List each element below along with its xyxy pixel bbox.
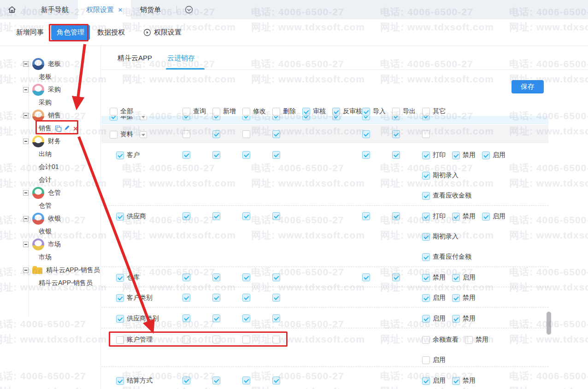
- header-col-6-checkbox[interactable]: [362, 108, 370, 116]
- save-button[interactable]: 保存: [512, 80, 544, 93]
- row-7-label-checkbox[interactable]: [116, 336, 124, 344]
- tree-item-parent[interactable]: 财务: [23, 135, 61, 148]
- row-8-label-checkbox[interactable]: [116, 377, 124, 385]
- extra-option-checkbox[interactable]: [452, 294, 460, 302]
- perm-checkbox[interactable]: [392, 130, 400, 138]
- extra-option-checkbox[interactable]: [482, 151, 490, 159]
- extra-option-checkbox[interactable]: [452, 315, 460, 323]
- header-col-0-checkbox[interactable]: [182, 108, 190, 116]
- collapse-icon[interactable]: [23, 61, 29, 67]
- extra-option-checkbox[interactable]: [422, 213, 430, 221]
- perm-checkbox[interactable]: [212, 130, 220, 138]
- collapse-icon[interactable]: [23, 113, 29, 118]
- extra-option-checkbox[interactable]: [452, 377, 460, 385]
- module-tab-1[interactable]: 云进销存: [167, 54, 195, 63]
- row-6-label-checkbox[interactable]: [116, 315, 124, 323]
- tree-item-child[interactable]: 出纳: [39, 148, 52, 161]
- delete-icon[interactable]: ×: [73, 125, 78, 133]
- perm-checkbox[interactable]: [392, 151, 400, 159]
- perm-checkbox[interactable]: [212, 116, 220, 120]
- extra-option-checkbox[interactable]: [422, 192, 430, 200]
- header-col-2-checkbox[interactable]: [242, 108, 250, 116]
- perm-checkbox[interactable]: [362, 212, 370, 220]
- perm-checkbox[interactable]: [242, 130, 250, 138]
- module-tab-0[interactable]: 精斗云APP: [118, 54, 152, 63]
- topbar-tab-2[interactable]: 销货单: [131, 0, 170, 19]
- collapse-icon[interactable]: [23, 190, 29, 196]
- perm-checkbox[interactable]: [362, 130, 370, 138]
- extra-option-checkbox[interactable]: [422, 336, 430, 344]
- role-manage-button[interactable]: 角色管理: [51, 25, 90, 40]
- extra-option-checkbox[interactable]: [452, 213, 460, 221]
- perm-checkbox[interactable]: [242, 212, 250, 220]
- perm-checkbox[interactable]: [182, 151, 190, 159]
- perm-checkbox[interactable]: [182, 314, 190, 322]
- perm-checkbox[interactable]: [272, 336, 280, 343]
- perm-checkbox[interactable]: [302, 116, 310, 120]
- perm-checkbox[interactable]: [242, 314, 250, 322]
- extra-option-checkbox[interactable]: [465, 336, 473, 344]
- tree-item-parent[interactable]: 仓管: [23, 186, 61, 199]
- perm-checkbox[interactable]: [212, 212, 220, 220]
- perm-checkbox[interactable]: [392, 273, 400, 281]
- perm-checkbox[interactable]: [182, 273, 190, 281]
- perm-checkbox[interactable]: [182, 377, 190, 384]
- perm-checkbox[interactable]: [212, 377, 220, 384]
- perm-checkbox[interactable]: [242, 151, 250, 159]
- perm-checkbox[interactable]: [392, 212, 400, 220]
- perm-checkbox[interactable]: [332, 116, 340, 120]
- perm-checkbox[interactable]: [422, 116, 430, 120]
- perm-checkbox[interactable]: [212, 314, 220, 322]
- perm-checkbox[interactable]: [362, 273, 370, 281]
- header-col-8-checkbox[interactable]: [422, 108, 430, 116]
- row-5-label-checkbox[interactable]: [116, 294, 124, 302]
- header-col-4-checkbox[interactable]: [302, 108, 310, 116]
- header-col-3-checkbox[interactable]: [272, 108, 280, 116]
- row-dropdown-icon[interactable]: [140, 116, 147, 120]
- tree-item-child[interactable]: 市场: [39, 251, 52, 264]
- perm-checkbox[interactable]: [422, 130, 430, 138]
- header-col-1-checkbox[interactable]: [212, 108, 220, 116]
- extra-option-checkbox[interactable]: [422, 172, 430, 180]
- tree-item-parent[interactable]: 采购: [23, 83, 61, 96]
- data-auth-button[interactable]: 数据授权: [97, 28, 125, 37]
- extra-option-checkbox[interactable]: [452, 151, 460, 159]
- perm-checkbox[interactable]: [272, 116, 280, 120]
- perm-checkbox[interactable]: [272, 212, 280, 220]
- extra-option-checkbox[interactable]: [452, 274, 460, 282]
- row-1-label-checkbox[interactable]: [110, 131, 118, 139]
- extra-option-checkbox[interactable]: [422, 274, 430, 282]
- extra-option-checkbox[interactable]: [422, 151, 430, 159]
- perm-checkbox[interactable]: [212, 151, 220, 159]
- perm-checkbox[interactable]: [362, 116, 370, 120]
- tree-item-child[interactable]: 销售×: [39, 122, 78, 135]
- row-2-label-checkbox[interactable]: [116, 151, 124, 159]
- row-dropdown-icon[interactable]: [140, 131, 147, 138]
- perm-setting-guide[interactable]: 权限设置: [143, 28, 182, 37]
- perm-checkbox[interactable]: [272, 314, 280, 322]
- perm-checkbox[interactable]: [242, 377, 250, 384]
- tree-item-parent[interactable]: 精斗云APP-销售员: [23, 264, 100, 277]
- tree-item-parent[interactable]: 收银: [23, 212, 61, 225]
- tree-item-parent[interactable]: 老板: [23, 58, 61, 70]
- perm-checkbox[interactable]: [182, 336, 190, 343]
- collapse-icon[interactable]: [23, 139, 29, 144]
- perm-checkbox[interactable]: [272, 130, 280, 138]
- extra-option-checkbox[interactable]: [422, 315, 430, 323]
- tab-close-icon[interactable]: ×: [118, 6, 123, 14]
- perm-checkbox[interactable]: [212, 294, 220, 302]
- perm-checkbox[interactable]: [182, 212, 190, 220]
- perm-checkbox[interactable]: [272, 273, 280, 281]
- row-0-label-checkbox[interactable]: [110, 116, 118, 121]
- perm-checkbox[interactable]: [272, 294, 280, 302]
- perm-checkbox[interactable]: [242, 336, 250, 343]
- perm-checkbox[interactable]: [242, 273, 250, 281]
- perm-checkbox[interactable]: [182, 116, 190, 120]
- row-3-label-checkbox[interactable]: [116, 213, 124, 221]
- tree-item-parent[interactable]: 市场: [23, 238, 61, 251]
- tree-item-parent[interactable]: 销售: [23, 109, 61, 122]
- perm-checkbox[interactable]: [272, 151, 280, 159]
- row-4-label-checkbox[interactable]: [116, 274, 124, 282]
- perm-checkbox[interactable]: [212, 273, 220, 281]
- perm-checkbox[interactable]: [242, 294, 250, 302]
